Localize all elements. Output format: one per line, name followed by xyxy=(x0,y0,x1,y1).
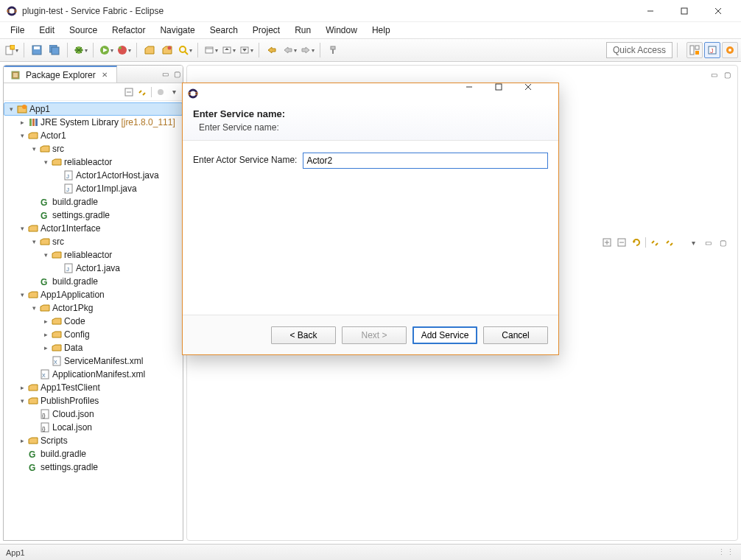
maximize-view-button[interactable]: ▢ xyxy=(171,69,183,80)
next-annotation-button[interactable]: ▾ xyxy=(238,42,254,58)
link-button[interactable] xyxy=(649,237,661,248)
dialog-minimize-button[interactable] xyxy=(466,83,495,104)
menu-help[interactable]: Help xyxy=(365,24,398,37)
tree-jre[interactable]: ▸ JRE System Library [jre1.8.0_111] xyxy=(4,116,183,129)
menu-file[interactable]: File xyxy=(3,24,32,37)
tree-testclient[interactable]: ▸ App1TestClient xyxy=(4,381,183,394)
tree-actor1-src[interactable]: ▾ src xyxy=(4,142,183,155)
refresh-button[interactable] xyxy=(631,237,642,248)
view-menu-button[interactable]: ▾ xyxy=(687,237,699,248)
tree-app1application[interactable]: ▾ App1Application xyxy=(4,288,183,301)
save-all-button[interactable] xyxy=(46,42,63,58)
tree-actor1-reliableactor[interactable]: ▾ reliableactor xyxy=(4,155,183,169)
cancel-button[interactable]: Cancel xyxy=(483,326,548,344)
tree-scripts[interactable]: ▸ Scripts xyxy=(4,434,183,447)
package-explorer-tab[interactable]: Package Explorer ✕ xyxy=(4,66,117,83)
forward-history-button[interactable]: ▾ xyxy=(299,42,315,58)
service-name-input[interactable] xyxy=(303,153,548,169)
tree-file-localjson[interactable]: {} Local.json xyxy=(4,421,183,434)
save-button[interactable] xyxy=(29,42,45,58)
chevron-down-icon[interactable]: ▾ xyxy=(29,304,39,312)
menu-edit[interactable]: Edit xyxy=(32,24,62,37)
java-perspective-button[interactable]: J xyxy=(704,42,720,58)
tree-data[interactable]: ▸ Data xyxy=(4,341,183,354)
tree-actor1if-src[interactable]: ▾ src xyxy=(4,235,183,248)
chevron-right-icon[interactable]: ▸ xyxy=(17,119,27,126)
chevron-right-icon[interactable]: ▸ xyxy=(41,318,51,325)
chevron-right-icon[interactable]: ▸ xyxy=(41,344,51,351)
tree-file-settingsgradle[interactable]: G settings.gradle xyxy=(4,209,183,222)
quick-access-box[interactable]: Quick Access xyxy=(606,42,672,58)
package-explorer-tree[interactable]: ▾ App1 ▸ JRE System Library [jre1.8.0_11… xyxy=(4,101,183,540)
chevron-down-icon[interactable]: ▾ xyxy=(29,238,39,245)
menu-window[interactable]: Window xyxy=(318,24,365,37)
tree-actor1interface[interactable]: ▾ Actor1Interface xyxy=(4,222,183,235)
tree-actor1[interactable]: ▾ Actor1 xyxy=(4,129,183,142)
coverage-button[interactable]: ▾ xyxy=(116,42,132,58)
chevron-right-icon[interactable]: ▸ xyxy=(17,437,27,444)
chevron-down-icon[interactable]: ▾ xyxy=(29,145,39,153)
tree-file-actor1java[interactable]: J Actor1.java xyxy=(4,262,183,275)
tree-actor1pkg[interactable]: ▾ Actor1Pkg xyxy=(4,301,183,315)
tree-file-cloudjson[interactable]: {} Cloud.json xyxy=(4,407,183,421)
aux-maximize-button[interactable]: ▢ xyxy=(717,237,728,248)
back-history-button[interactable]: ▾ xyxy=(281,42,298,58)
expand-all-button[interactable] xyxy=(601,237,613,248)
open-type-button[interactable] xyxy=(141,42,158,58)
last-edit-button[interactable] xyxy=(264,42,280,58)
open-perspective-button[interactable] xyxy=(686,42,703,58)
chevron-down-icon[interactable]: ▾ xyxy=(17,132,27,139)
run-button[interactable]: ▾ xyxy=(98,42,114,58)
tree-code[interactable]: ▸ Code xyxy=(4,315,183,328)
dialog-maximize-button[interactable] xyxy=(495,83,524,104)
pin-button[interactable] xyxy=(325,42,341,58)
chevron-down-icon[interactable]: ▾ xyxy=(17,225,27,232)
collapse-all-button[interactable] xyxy=(123,86,135,98)
close-view-icon[interactable]: ✕ xyxy=(99,69,110,81)
editor-minimize-button[interactable]: ▭ xyxy=(708,69,720,80)
back-button[interactable]: < Back xyxy=(271,326,336,344)
chevron-down-icon[interactable]: ▾ xyxy=(41,251,51,259)
menu-navigate[interactable]: Navigate xyxy=(152,24,202,37)
toggle-mark-button[interactable]: ▾ xyxy=(203,42,219,58)
tree-file-ifbuild[interactable]: G build.gradle xyxy=(4,275,183,288)
link-editor-button[interactable] xyxy=(136,86,148,98)
chevron-down-icon[interactable]: ▾ xyxy=(41,158,51,166)
collapse-all-button[interactable] xyxy=(616,237,628,248)
open-task-button[interactable] xyxy=(159,42,175,58)
tree-publishprofiles[interactable]: ▾ PublishProfiles xyxy=(4,394,183,407)
minimize-view-button[interactable]: ▭ xyxy=(159,69,171,80)
chevron-right-icon[interactable]: ▸ xyxy=(41,331,51,338)
dialog-close-button[interactable] xyxy=(524,83,554,104)
menu-source[interactable]: Source xyxy=(62,24,105,37)
tree-file-rootbuild[interactable]: G build.gradle xyxy=(4,447,183,461)
menu-run[interactable]: Run xyxy=(287,24,318,37)
chevron-down-icon[interactable]: ▾ xyxy=(17,291,27,298)
tree-file-rootsettings[interactable]: G settings.gradle xyxy=(4,461,183,474)
close-button[interactable] xyxy=(701,0,735,22)
menu-search[interactable]: Search xyxy=(203,24,245,37)
debug-button[interactable]: ▾ xyxy=(72,42,88,58)
menu-refactor[interactable]: Refactor xyxy=(105,24,152,37)
tree-file-buildgradle[interactable]: G build.gradle xyxy=(4,195,183,209)
tree-config[interactable]: ▸ Config xyxy=(4,328,183,341)
new-button[interactable]: ▾ xyxy=(3,42,19,58)
chevron-down-icon[interactable]: ▾ xyxy=(17,397,27,405)
menu-project[interactable]: Project xyxy=(245,24,287,37)
search-button[interactable]: ▾ xyxy=(177,42,193,58)
tree-file-svcmanifest[interactable]: X ServiceManifest.xml xyxy=(4,354,183,368)
aux-minimize-button[interactable]: ▭ xyxy=(702,237,714,248)
sf-perspective-button[interactable] xyxy=(722,42,738,58)
tree-file-appmanifest[interactable]: X ApplicationManifest.xml xyxy=(4,368,183,381)
tree-actor1if-ra[interactable]: ▾ reliableactor xyxy=(4,248,183,262)
minimize-button[interactable] xyxy=(633,0,667,22)
chevron-right-icon[interactable]: ▸ xyxy=(17,384,27,391)
view-menu-button[interactable]: ▾ xyxy=(168,86,180,98)
filter-button[interactable] xyxy=(664,237,675,248)
tree-file-actor1impl[interactable]: J Actor1Impl.java xyxy=(4,182,183,195)
tree-root-app1[interactable]: ▾ App1 xyxy=(4,102,183,116)
chevron-down-icon[interactable]: ▾ xyxy=(6,105,16,113)
prev-annotation-button[interactable]: ▾ xyxy=(220,42,236,58)
tree-file-actor1host[interactable]: J Actor1ActorHost.java xyxy=(4,169,183,182)
maximize-button[interactable] xyxy=(667,0,701,22)
